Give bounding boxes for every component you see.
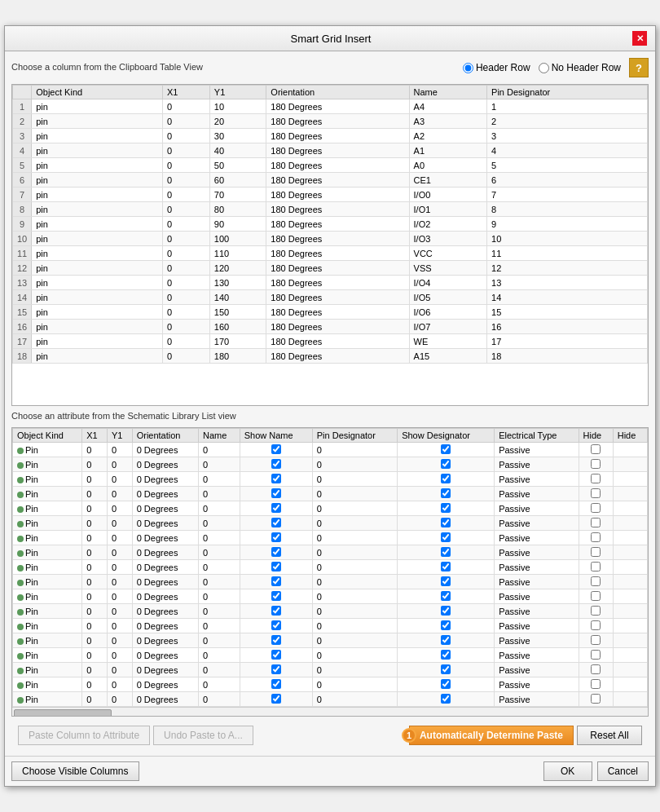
bot-cell-show-des[interactable] (398, 633, 495, 648)
hide1-checkbox[interactable] (591, 488, 601, 498)
clipboard-table[interactable]: Object Kind X1 Y1 Orientation Name Pin D… (11, 84, 649, 406)
bot-col-orientation[interactable]: Orientation (132, 429, 198, 443)
bot-col-electrical-type[interactable]: Electrical Type (495, 429, 579, 443)
list-item[interactable]: Pin 0 0 0 Degrees 0 0 Passive (13, 487, 648, 501)
list-item[interactable]: Pin 0 0 0 Degrees 0 0 Passive (13, 443, 648, 457)
table-row[interactable]: 10 pin 0 100 180 Degrees I/O3 10 (13, 232, 648, 246)
bot-cell-hide2[interactable] (613, 472, 647, 487)
h-scroll-thumb[interactable] (14, 709, 112, 717)
bot-cell-show-des[interactable] (398, 472, 495, 487)
bot-cell-hide2[interactable] (613, 560, 647, 575)
reset-all-button[interactable]: Reset All (577, 726, 642, 745)
bot-cell-show-name[interactable] (240, 560, 312, 575)
show-des-checkbox[interactable] (441, 503, 451, 513)
bot-col-hide2[interactable]: Hide (613, 429, 647, 443)
list-item[interactable]: Pin 0 0 0 Degrees 0 0 Passive (13, 619, 648, 633)
bot-cell-hide2[interactable] (613, 443, 647, 457)
undo-paste-button[interactable]: Undo Paste to A... (153, 726, 253, 745)
show-name-checkbox[interactable] (271, 620, 281, 630)
list-item[interactable]: Pin 0 0 0 Degrees 0 0 Passive (13, 604, 648, 619)
table-row[interactable]: 3 pin 0 30 180 Degrees A2 3 (13, 129, 648, 143)
bot-cell-hide1[interactable] (579, 560, 613, 575)
bot-col-show-des[interactable]: Show Designator (398, 429, 495, 443)
bot-cell-hide1[interactable] (579, 633, 613, 648)
bot-cell-hide1[interactable] (579, 575, 613, 589)
bot-cell-hide2[interactable] (613, 604, 647, 619)
show-name-checkbox[interactable] (271, 576, 281, 586)
bot-cell-show-des[interactable] (398, 516, 495, 531)
bot-col-x1[interactable]: X1 (82, 429, 108, 443)
bot-cell-hide1[interactable] (579, 692, 613, 707)
bot-cell-show-des[interactable] (398, 487, 495, 501)
bot-cell-show-des[interactable] (398, 692, 495, 707)
cancel-button[interactable]: Cancel (597, 761, 649, 781)
auto-determine-button[interactable]: 1 Automatically Determine Paste (409, 726, 574, 745)
table-row[interactable]: 11 pin 0 110 180 Degrees VCC 11 (13, 246, 648, 261)
bot-cell-hide1[interactable] (579, 457, 613, 472)
table-row[interactable]: 17 pin 0 170 180 Degrees WE 17 (13, 334, 648, 349)
show-name-checkbox[interactable] (271, 488, 281, 498)
no-header-row-radio[interactable] (539, 63, 549, 73)
show-des-checkbox[interactable] (441, 620, 451, 630)
show-des-checkbox[interactable] (441, 547, 451, 557)
bot-cell-show-name[interactable] (240, 516, 312, 531)
bot-cell-show-des[interactable] (398, 501, 495, 516)
bot-cell-hide1[interactable] (579, 663, 613, 677)
h-scrollbar[interactable] (12, 707, 648, 717)
bot-col-show-name[interactable]: Show Name (240, 429, 312, 443)
bot-col-y1[interactable]: Y1 (107, 429, 132, 443)
bot-cell-hide1[interactable] (579, 443, 613, 457)
show-name-checkbox[interactable] (271, 650, 281, 660)
bot-cell-show-name[interactable] (240, 487, 312, 501)
bot-cell-hide1[interactable] (579, 487, 613, 501)
show-name-checkbox[interactable] (271, 532, 281, 542)
hide1-checkbox[interactable] (591, 532, 601, 542)
bot-col-object-kind[interactable]: Object Kind (13, 429, 82, 443)
bot-cell-hide1[interactable] (579, 516, 613, 531)
list-item[interactable]: Pin 0 0 0 Degrees 0 0 Passive (13, 457, 648, 472)
hide1-checkbox[interactable] (591, 664, 601, 674)
table-row[interactable]: 6 pin 0 60 180 Degrees CE1 6 (13, 173, 648, 188)
table-row[interactable]: 9 pin 0 90 180 Degrees I/O2 9 (13, 217, 648, 232)
bot-cell-hide1[interactable] (579, 619, 613, 633)
hide1-checkbox[interactable] (591, 547, 601, 557)
bot-cell-hide2[interactable] (613, 457, 647, 472)
hide1-checkbox[interactable] (591, 444, 601, 454)
bot-cell-hide2[interactable] (613, 531, 647, 545)
table-row[interactable]: 18 pin 0 180 180 Degrees A15 18 (13, 349, 648, 364)
list-item[interactable]: Pin 0 0 0 Degrees 0 0 Passive (13, 501, 648, 516)
hide1-checkbox[interactable] (591, 635, 601, 645)
bot-cell-show-name[interactable] (240, 501, 312, 516)
show-name-checkbox[interactable] (271, 518, 281, 527)
table-row[interactable]: 14 pin 0 140 180 Degrees I/O5 14 (13, 290, 648, 305)
bot-cell-hide1[interactable] (579, 589, 613, 604)
col-header-object-kind[interactable]: Object Kind (32, 86, 163, 99)
bot-cell-hide2[interactable] (613, 663, 647, 677)
bot-cell-hide2[interactable] (613, 633, 647, 648)
choose-columns-button[interactable]: Choose Visible Columns (11, 761, 139, 781)
table-row[interactable]: 2 pin 0 20 180 Degrees A3 2 (13, 114, 648, 129)
list-item[interactable]: Pin 0 0 0 Degrees 0 0 Passive (13, 692, 648, 707)
bot-cell-hide2[interactable] (613, 619, 647, 633)
bot-cell-show-des[interactable] (398, 575, 495, 589)
list-item[interactable]: Pin 0 0 0 Degrees 0 0 Passive (13, 633, 648, 648)
close-button[interactable]: ✕ (632, 31, 647, 46)
hide1-checkbox[interactable] (591, 620, 601, 630)
bot-cell-show-name[interactable] (240, 604, 312, 619)
col-header-pin-designator[interactable]: Pin Designator (487, 86, 648, 99)
no-header-row-option[interactable]: No Header Row (539, 62, 621, 73)
list-item[interactable]: Pin 0 0 0 Degrees 0 0 Passive (13, 516, 648, 531)
show-des-checkbox[interactable] (441, 635, 451, 645)
bot-cell-show-des[interactable] (398, 663, 495, 677)
show-name-checkbox[interactable] (271, 562, 281, 571)
table-row[interactable]: 15 pin 0 150 180 Degrees I/O6 15 (13, 305, 648, 320)
bot-cell-hide2[interactable] (613, 575, 647, 589)
show-des-checkbox[interactable] (441, 562, 451, 571)
bot-cell-hide2[interactable] (613, 648, 647, 663)
show-des-checkbox[interactable] (441, 488, 451, 498)
bot-cell-hide1[interactable] (579, 545, 613, 560)
bot-cell-show-name[interactable] (240, 472, 312, 487)
bot-col-pin-des[interactable]: Pin Designator (312, 429, 397, 443)
bot-cell-show-name[interactable] (240, 443, 312, 457)
show-des-checkbox[interactable] (441, 576, 451, 586)
